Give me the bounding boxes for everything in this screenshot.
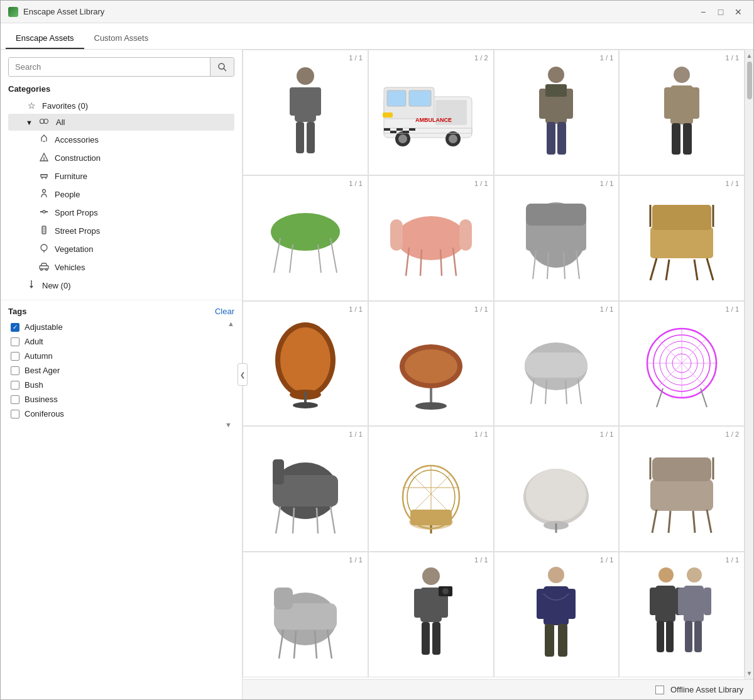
minimize-button[interactable]: − (696, 4, 711, 19)
tag-checkbox-adjustable[interactable] (11, 323, 19, 332)
asset-grid-wrap[interactable]: 1 / 1 1 / 2 (243, 50, 745, 679)
svg-rect-153 (414, 589, 422, 618)
asset-cell-15[interactable]: 1 / 1 (494, 426, 620, 552)
all-category-icon (40, 117, 51, 126)
asset-cell-10[interactable]: 1 / 1 (368, 301, 494, 427)
sidebar-item-vehicles[interactable]: Vehicles (8, 258, 234, 276)
asset-image-chair-green (261, 197, 349, 279)
asset-image-chair-grey (512, 191, 600, 285)
tag-item-adult[interactable]: Adult (8, 334, 233, 349)
asset-cell-17[interactable]: 1 / 1 (243, 552, 368, 677)
tab-enscape-assets[interactable]: Enscape Assets (6, 28, 84, 49)
svg-line-114 (657, 388, 663, 407)
asset-cell-11[interactable]: 1 / 1 (494, 301, 620, 427)
asset-image-chair-brown1 (261, 313, 349, 413)
asset-badge-15: 1 / 1 (600, 430, 613, 438)
asset-cell-9[interactable]: 1 / 1 (243, 301, 368, 427)
sidebar-collapse-button[interactable]: ❮ (238, 363, 248, 386)
tag-item-coniferous[interactable]: Coniferous (8, 407, 233, 421)
tab-custom-assets[interactable]: Custom Assets (84, 28, 159, 49)
tag-item-adjustable[interactable]: Adjustable (8, 320, 233, 334)
asset-cell-12[interactable]: 1 / 1 (619, 301, 745, 427)
svg-rect-152 (420, 588, 442, 622)
tag-checkbox-adult[interactable] (11, 337, 19, 346)
svg-rect-83 (652, 205, 711, 230)
svg-point-91 (280, 327, 331, 393)
tag-checkbox-coniferous[interactable] (11, 410, 19, 418)
svg-rect-54 (557, 122, 566, 155)
search-input[interactable] (9, 58, 210, 76)
svg-rect-176 (694, 621, 702, 652)
svg-rect-100 (525, 353, 587, 378)
sidebar-item-people[interactable]: People (8, 185, 234, 204)
asset-cell-20[interactable]: 1 / 1 (619, 552, 745, 677)
asset-cell-7[interactable]: 1 / 1 (494, 175, 620, 301)
sport-props-label: Sport Props (55, 208, 98, 217)
svg-point-151 (422, 567, 440, 585)
asset-image-chair-pink (384, 194, 478, 282)
tag-checkbox-best-ager[interactable] (11, 366, 19, 375)
asset-image-chair-peacock (384, 440, 478, 538)
svg-line-1 (224, 68, 226, 71)
sidebar: Categories ☆ Favorites (0) ▼ (1, 50, 243, 699)
asset-cell-13[interactable]: 1 / 1 (243, 426, 368, 552)
asset-image-chair-dark (258, 440, 352, 538)
sidebar-item-furniture[interactable]: Furniture (8, 167, 234, 185)
asset-cell-2[interactable]: 1 / 2 (368, 50, 494, 175)
svg-rect-175 (685, 621, 692, 652)
asset-cell-8[interactable]: 1 / 1 (619, 175, 745, 301)
asset-image-person3 (653, 62, 710, 163)
svg-rect-61 (683, 123, 692, 155)
tag-item-business[interactable]: Business (8, 392, 233, 407)
scroll-down-arrow[interactable]: ▼ (746, 670, 753, 677)
tag-item-autumn[interactable]: Autumn (8, 349, 233, 363)
furniture-label: Furniture (55, 172, 87, 181)
asset-cell-3[interactable]: 1 / 1 (494, 50, 620, 175)
sport-props-icon (38, 207, 50, 219)
tag-item-bush[interactable]: Bush (8, 378, 233, 392)
search-button[interactable] (210, 58, 234, 76)
svg-rect-57 (670, 85, 693, 124)
favorites-label: Favorites (0) (42, 101, 88, 111)
sidebar-item-vegetation[interactable]: Vegetation (8, 240, 234, 258)
asset-cell-18[interactable]: 1 / 1 (368, 552, 494, 677)
svg-point-94 (293, 402, 318, 408)
tag-item-best-ager[interactable]: Best Ager (8, 363, 233, 378)
svg-rect-44 (384, 128, 390, 131)
asset-cell-1[interactable]: 1 / 1 (243, 50, 368, 175)
asset-cell-6[interactable]: 1 / 1 (368, 175, 494, 301)
tag-checkbox-bush[interactable] (11, 381, 19, 390)
scroll-up-arrow[interactable]: ▲ (746, 52, 753, 59)
sidebar-item-sport-props[interactable]: Sport Props (8, 204, 234, 222)
offline-checkbox[interactable] (655, 686, 664, 694)
construction-label: Construction (55, 153, 101, 163)
asset-image-chair-lowback (261, 566, 349, 663)
sidebar-item-all[interactable]: ▼ All (8, 114, 234, 131)
scroll-thumb[interactable] (747, 62, 752, 99)
svg-line-115 (701, 388, 707, 407)
tags-clear-button[interactable]: Clear (215, 307, 234, 316)
people-svg (39, 189, 49, 199)
tag-checkbox-autumn[interactable] (11, 352, 19, 361)
sidebar-item-street-props[interactable]: Street Props (8, 222, 234, 240)
sidebar-item-new[interactable]: New (0) (8, 276, 234, 295)
sidebar-item-favorites[interactable]: ☆ Favorites (0) (8, 97, 234, 114)
asset-cell-19[interactable]: 1 / 1 (494, 552, 620, 677)
asset-badge-7: 1 / 1 (600, 180, 613, 187)
asset-cell-14[interactable]: 1 / 1 (368, 426, 494, 552)
svg-rect-167 (650, 588, 657, 615)
svg-line-85 (707, 258, 713, 280)
sidebar-item-accessories[interactable]: Accessories (8, 131, 234, 149)
close-button[interactable]: ✕ (731, 4, 746, 19)
tag-label-adjustable: Adjustable (25, 322, 63, 332)
maximize-button[interactable]: □ (713, 4, 728, 19)
svg-rect-136 (650, 479, 713, 511)
asset-cell-16[interactable]: 1 / 2 (619, 426, 745, 552)
sidebar-item-construction[interactable]: Construction (8, 149, 234, 167)
search-input-wrap (8, 57, 234, 77)
asset-cell-5[interactable]: 1 / 1 (243, 175, 368, 301)
all-label: All (56, 118, 65, 127)
content-scrollbar[interactable]: ▲ ▼ (745, 50, 753, 679)
tag-checkbox-business[interactable] (11, 395, 19, 404)
asset-cell-4[interactable]: 1 / 1 (619, 50, 745, 175)
